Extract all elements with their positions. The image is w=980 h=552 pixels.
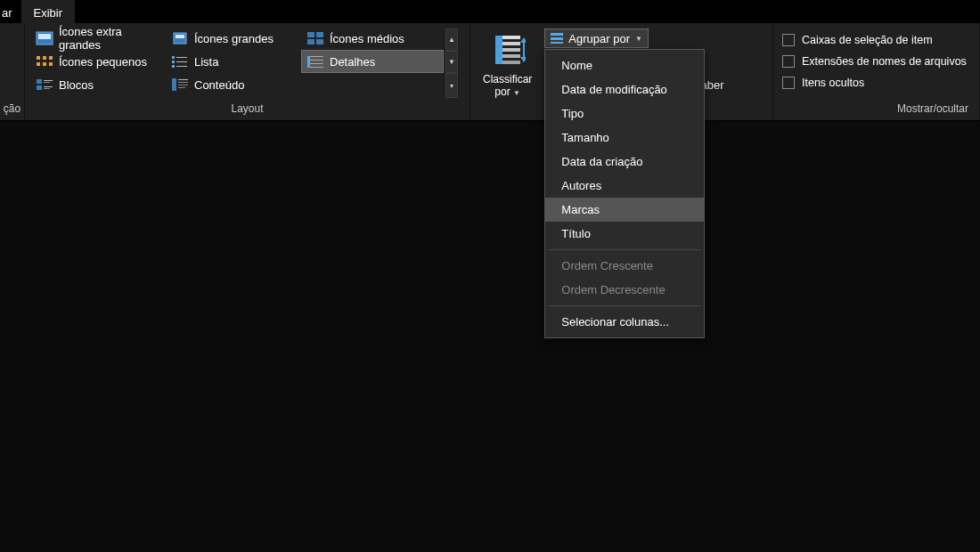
tiles-icon: [36, 77, 53, 92]
checkbox-item-hidden-items[interactable]: Itens ocultos: [779, 73, 868, 93]
layout-item-label: Ícones extra grandes: [59, 25, 160, 52]
layout-item-label: Lista: [194, 55, 218, 69]
ribbon-tab-partial[interactable]: ar: [0, 0, 21, 23]
svg-rect-12: [43, 62, 46, 66]
checkbox-item-selection-boxes[interactable]: Caixas de seleção de item: [779, 30, 936, 50]
svg-rect-1: [38, 34, 51, 39]
group-by-label: Agrupar por: [568, 32, 630, 45]
chevron-down-icon: ▼: [513, 89, 520, 97]
svg-rect-24: [307, 56, 310, 68]
svg-rect-17: [176, 61, 187, 62]
gallery-scroll-up[interactable]: ▲: [445, 28, 458, 51]
ribbon-group-panes: ção: [0, 23, 25, 120]
group-by-button[interactable]: Agrupar por ▼: [544, 28, 649, 48]
layout-item-details[interactable]: Detalhes: [301, 50, 444, 73]
svg-rect-10: [49, 56, 53, 60]
group-by-menu-item[interactable]: Data da criação: [545, 150, 704, 174]
svg-rect-28: [37, 85, 42, 90]
svg-rect-29: [44, 86, 53, 87]
ribbon-group-panes-label: ção: [0, 101, 24, 120]
medium-icons-icon: [306, 31, 324, 45]
checkbox-icon: [782, 77, 795, 89]
chevron-down-icon: ▼: [635, 35, 642, 43]
ribbon: ção Ícones extra grandes Ícones grandes: [0, 23, 980, 121]
group-by-menu-item[interactable]: Tipo: [545, 101, 704, 126]
list-icon: [171, 54, 189, 69]
group-by-menu-item[interactable]: Marcas: [545, 198, 704, 222]
svg-rect-5: [316, 32, 323, 37]
layout-item-label: Ícones pequenos: [59, 55, 147, 69]
sort-by-button[interactable]: Classificar por ▼: [476, 27, 539, 100]
ribbon-group-show-hide-label: Mostrar/ocultar: [773, 101, 979, 120]
group-by-icon: [551, 33, 563, 44]
layout-item-label: Conteúdo: [194, 78, 244, 92]
svg-rect-19: [176, 66, 187, 67]
svg-rect-3: [176, 35, 184, 38]
layout-gallery: Ícones extra grandes Ícones grandes: [30, 27, 444, 96]
folder-content-area[interactable]: [0, 121, 980, 552]
svg-rect-14: [172, 56, 175, 59]
checkbox-icon: [782, 34, 795, 46]
svg-rect-8: [37, 56, 40, 60]
svg-rect-7: [316, 39, 323, 45]
group-by-menu-item[interactable]: Tamanho: [545, 126, 704, 150]
svg-rect-30: [44, 88, 50, 89]
group-by-menu-item: Ordem Decrescente: [545, 278, 704, 302]
ribbon-tab-view[interactable]: Exibir: [21, 0, 76, 23]
sort-icon: [490, 28, 526, 71]
sort-by-label-line1: Classificar: [483, 73, 532, 85]
sort-by-label-line2: por: [494, 85, 510, 98]
small-icons-icon: [36, 54, 53, 69]
layout-gallery-scroll: ▲ ▼ ▾: [445, 28, 458, 98]
svg-rect-41: [495, 36, 502, 64]
extra-large-icons-icon: [36, 31, 53, 45]
svg-rect-13: [49, 62, 53, 66]
checkbox-label: Extensões de nomes de arquivos: [802, 55, 967, 68]
svg-rect-9: [43, 56, 46, 60]
svg-rect-6: [307, 39, 314, 45]
layout-item-large-icons[interactable]: Ícones grandes: [166, 27, 301, 50]
svg-rect-26: [44, 80, 53, 81]
svg-rect-4: [307, 32, 314, 37]
group-by-menu-item[interactable]: Nome: [545, 53, 704, 77]
svg-rect-18: [172, 65, 175, 68]
gallery-scroll-down[interactable]: ▼: [445, 51, 458, 73]
svg-rect-25: [37, 79, 42, 84]
svg-rect-11: [37, 62, 40, 66]
layout-item-label: Blocos: [59, 78, 94, 92]
layout-item-extra-large-icons[interactable]: Ícones extra grandes: [30, 27, 166, 50]
group-by-menu-item[interactable]: Autores: [545, 174, 704, 198]
layout-item-label: Ícones médios: [330, 32, 404, 45]
ribbon-group-current-view: Classificar por ▼ Agrupar por ▼ NomeData…: [470, 23, 773, 120]
ribbon-tabstrip: ar Exibir: [0, 0, 980, 23]
menu-separator: [549, 249, 700, 250]
layout-item-label: Ícones grandes: [194, 32, 274, 45]
checkbox-label: Itens ocultos: [802, 77, 864, 89]
layout-item-list[interactable]: Lista: [166, 50, 301, 73]
layout-item-content[interactable]: Conteúdo: [166, 73, 301, 96]
svg-rect-27: [44, 82, 50, 83]
svg-rect-35: [178, 87, 185, 88]
large-icons-icon: [171, 31, 189, 45]
checkbox-item-file-extensions[interactable]: Extensões de nomes de arquivos: [779, 52, 970, 71]
svg-rect-31: [172, 78, 176, 91]
content-icon: [171, 77, 189, 92]
svg-rect-32: [178, 79, 188, 80]
group-by-menu-item[interactable]: Título: [545, 222, 704, 246]
details-icon: [306, 54, 324, 69]
checkbox-icon: [782, 55, 795, 68]
svg-rect-34: [178, 85, 188, 85]
layout-item-small-icons[interactable]: Ícones pequenos: [30, 50, 166, 73]
layout-item-label: Detalhes: [330, 55, 375, 69]
checkbox-label: Caixas de seleção de item: [802, 34, 933, 46]
ribbon-group-show-hide: Caixas de seleção de item Extensões de n…: [773, 23, 980, 120]
group-by-menu: NomeData de modificaçãoTipoTamanhoData d…: [544, 49, 705, 338]
gallery-expand[interactable]: ▾: [445, 73, 458, 98]
layout-item-medium-icons[interactable]: Ícones médios: [301, 27, 444, 50]
layout-item-tiles[interactable]: Blocos: [30, 73, 166, 96]
menu-separator: [549, 305, 700, 306]
group-by-menu-item[interactable]: Selecionar colunas...: [545, 310, 704, 334]
ribbon-group-layout-label: Layout: [25, 101, 470, 120]
svg-rect-15: [176, 57, 187, 58]
group-by-menu-item[interactable]: Data de modificação: [545, 77, 704, 101]
